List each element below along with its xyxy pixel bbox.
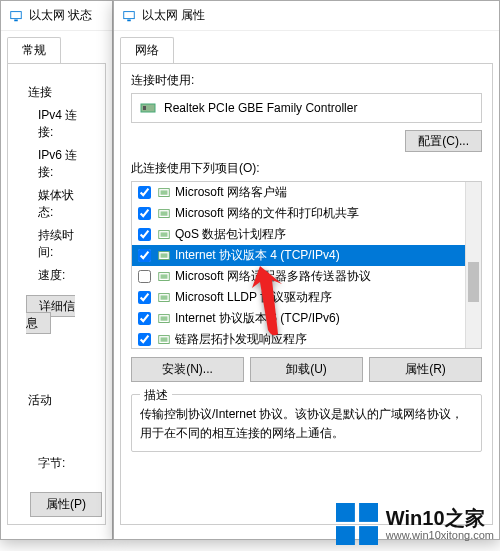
- item-label: 链路层拓扑发现响应程序: [175, 331, 307, 348]
- item-checkbox[interactable]: [138, 186, 151, 199]
- list-item[interactable]: 链路层拓扑发现响应程序: [132, 329, 481, 349]
- svg-rect-7: [161, 190, 168, 194]
- description-group: 描述 传输控制协议/Internet 协议。该协议是默认的广域网络协议，用于在不…: [131, 394, 482, 452]
- items-list[interactable]: Microsoft 网络客户端Microsoft 网络的文件和打印机共享QoS …: [131, 181, 482, 349]
- item-label: Internet 协议版本 6 (TCP/IPv6): [175, 310, 340, 327]
- activity-section: 活动: [28, 392, 87, 409]
- props-titlebar: 以太网 属性: [114, 1, 499, 31]
- protocol-icon: [157, 249, 171, 263]
- svg-rect-3: [127, 19, 131, 21]
- svg-rect-13: [161, 253, 168, 257]
- adapter-name: Realtek PCIe GBE Family Controller: [164, 101, 357, 115]
- scroll-thumb[interactable]: [468, 262, 479, 302]
- watermark: Win10之家 www.win10xitong.com: [336, 503, 494, 545]
- protocol-icon: [157, 186, 171, 200]
- protocol-icon: [157, 291, 171, 305]
- status-window: 以太网 状态 常规 连接 IPv4 连接: IPv6 连接: 媒体状态: 持续时…: [0, 0, 113, 540]
- svg-rect-22: [336, 503, 355, 522]
- status-props-button[interactable]: 属性(P): [30, 492, 102, 517]
- list-item[interactable]: Internet 协议版本 4 (TCP/IPv4): [132, 245, 481, 266]
- svg-rect-23: [359, 503, 378, 522]
- svg-rect-17: [161, 295, 168, 299]
- item-checkbox[interactable]: [138, 249, 151, 262]
- uninstall-button[interactable]: 卸载(U): [250, 357, 363, 382]
- protocol-icon: [157, 207, 171, 221]
- nic-icon: [140, 100, 156, 116]
- item-label: Microsoft LLDP 协议驱动程序: [175, 289, 332, 306]
- status-title: 以太网 状态: [29, 7, 92, 24]
- item-checkbox[interactable]: [138, 291, 151, 304]
- list-item[interactable]: Internet 协议版本 6 (TCP/IPv6): [132, 308, 481, 329]
- svg-rect-9: [161, 211, 168, 215]
- svg-rect-15: [161, 274, 168, 278]
- speed-label: 速度:: [28, 267, 87, 284]
- list-item[interactable]: Microsoft 网络客户端: [132, 182, 481, 203]
- protocol-icon: [157, 270, 171, 284]
- details-button[interactable]: 详细信息: [26, 295, 75, 334]
- network-icon: [122, 9, 136, 23]
- connect-using-label: 连接时使用:: [131, 72, 482, 89]
- list-item[interactable]: Microsoft 网络的文件和打印机共享: [132, 203, 481, 224]
- bytes-label: 字节:: [28, 455, 87, 472]
- list-item[interactable]: Microsoft 网络适配器多路传送器协议: [132, 266, 481, 287]
- tab-general[interactable]: 常规: [7, 37, 61, 63]
- ipv6-label: IPv6 连接:: [28, 147, 87, 181]
- list-item[interactable]: Microsoft LLDP 协议驱动程序: [132, 287, 481, 308]
- item-checkbox[interactable]: [138, 228, 151, 241]
- adapter-box: Realtek PCIe GBE Family Controller: [131, 93, 482, 123]
- description-text: 传输控制协议/Internet 协议。该协议是默认的广域网络协议，用于在不同的相…: [140, 405, 473, 443]
- item-checkbox[interactable]: [138, 333, 151, 346]
- watermark-brand: Win10之家: [386, 507, 494, 529]
- props-window: 以太网 属性 网络 连接时使用: Realtek PCIe GBE Family…: [113, 0, 500, 540]
- item-label: Internet 协议版本 4 (TCP/IPv4): [175, 247, 340, 264]
- conn-section: 连接: [28, 84, 87, 101]
- item-label: Microsoft 网络客户端: [175, 184, 287, 201]
- item-label: Microsoft 网络适配器多路传送器协议: [175, 268, 371, 285]
- windows-logo-icon: [336, 503, 378, 545]
- protocol-icon: [157, 228, 171, 242]
- svg-rect-5: [143, 106, 146, 110]
- svg-rect-25: [359, 526, 378, 545]
- duration-label: 持续时间:: [28, 227, 87, 261]
- media-label: 媒体状态:: [28, 187, 87, 221]
- list-scrollbar[interactable]: [465, 182, 481, 348]
- svg-rect-1: [14, 19, 18, 21]
- item-checkbox[interactable]: [138, 270, 151, 283]
- item-checkbox[interactable]: [138, 312, 151, 325]
- network-icon: [9, 9, 23, 23]
- protocol-icon: [157, 312, 171, 326]
- protocol-icon: [157, 333, 171, 347]
- item-label: Microsoft 网络的文件和打印机共享: [175, 205, 359, 222]
- svg-rect-11: [161, 232, 168, 236]
- list-item[interactable]: QoS 数据包计划程序: [132, 224, 481, 245]
- svg-rect-19: [161, 316, 168, 320]
- status-titlebar: 以太网 状态: [1, 1, 112, 31]
- svg-rect-24: [336, 526, 355, 545]
- svg-rect-2: [124, 11, 135, 18]
- ipv4-label: IPv4 连接:: [28, 107, 87, 141]
- items-label: 此连接使用下列项目(O):: [131, 160, 482, 177]
- configure-button[interactable]: 配置(C)...: [405, 130, 482, 152]
- svg-rect-21: [161, 337, 168, 341]
- svg-rect-0: [11, 11, 22, 18]
- props-title: 以太网 属性: [142, 7, 205, 24]
- item-checkbox[interactable]: [138, 207, 151, 220]
- tab-network[interactable]: 网络: [120, 37, 174, 63]
- watermark-url: www.win10xitong.com: [386, 529, 494, 541]
- item-label: QoS 数据包计划程序: [175, 226, 286, 243]
- item-props-button[interactable]: 属性(R): [369, 357, 482, 382]
- install-button[interactable]: 安装(N)...: [131, 357, 244, 382]
- description-title: 描述: [140, 387, 172, 404]
